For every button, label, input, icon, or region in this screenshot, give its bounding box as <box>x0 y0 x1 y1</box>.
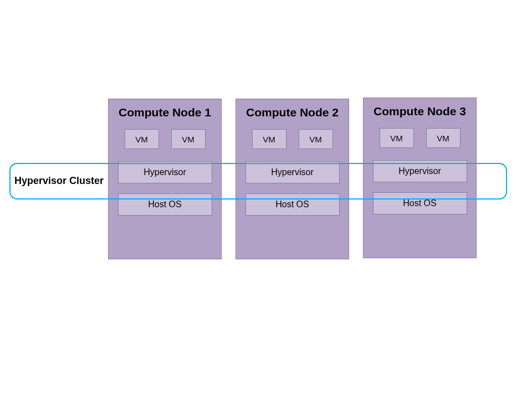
node-title: Compute Node 3 <box>364 105 476 118</box>
vm-box: VM <box>171 129 206 149</box>
vm-box: VM <box>125 129 159 149</box>
node-title: Compute Node 2 <box>236 106 349 119</box>
vm-box: VM <box>299 129 333 149</box>
vm-row: VM VM <box>109 129 221 149</box>
vm-box: VM <box>380 128 414 148</box>
vm-box: VM <box>252 129 287 149</box>
node-title: Compute Node 1 <box>109 106 221 119</box>
vm-row: VM VM <box>236 129 349 149</box>
hypervisor-cluster-label: Hypervisor Cluster <box>14 175 104 187</box>
diagram-canvas: Compute Node 1 VM VM Hypervisor Host OS … <box>0 0 532 399</box>
vm-row: VM VM <box>364 128 476 148</box>
vm-box: VM <box>426 128 461 148</box>
